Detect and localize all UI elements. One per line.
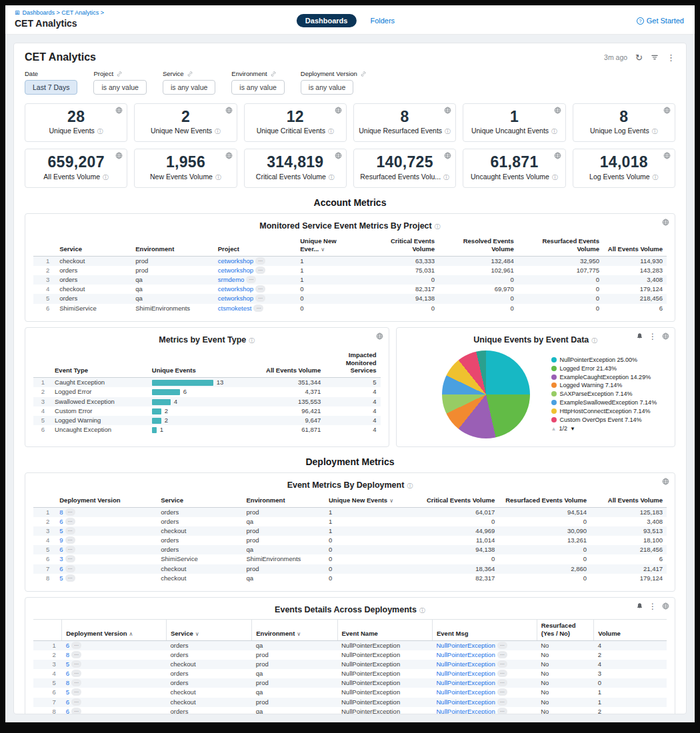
more-badge[interactable]: ⋯ (497, 670, 507, 677)
more-badge[interactable]: ⋯ (255, 285, 265, 293)
more-badge[interactable]: ⋯ (65, 536, 75, 544)
col-header-deployment-version[interactable]: Deployment Version∧ (62, 619, 167, 640)
info-icon[interactable]: ⓘ (591, 337, 597, 344)
deployment-version-link[interactable]: 8 (59, 508, 63, 516)
more-badge[interactable]: ⋯ (71, 642, 81, 649)
col-header-environment[interactable]: Environment∨ (252, 619, 337, 640)
col-header-all-events-volume[interactable]: All Events Volume (252, 349, 325, 378)
bell-icon[interactable] (636, 602, 643, 610)
more-badge[interactable]: ⋯ (71, 708, 81, 714)
more-badge[interactable]: ⋯ (65, 518, 75, 525)
filter-icon[interactable] (651, 53, 659, 61)
event-msg-link[interactable]: NullPointerException (437, 660, 495, 668)
col-header-service[interactable]: Service∨ (167, 619, 252, 640)
col-header-event-name[interactable]: Event Name (337, 619, 433, 640)
info-icon[interactable]: ⓘ (407, 482, 413, 489)
info-icon[interactable]: ⓘ (215, 174, 221, 181)
more-badge[interactable]: ⋯ (497, 642, 507, 649)
legend-item[interactable]: ExampleSwallowedException 7.14% (551, 399, 657, 406)
more-badge[interactable]: ⋯ (71, 679, 81, 686)
col-header-resurfaced-events-volume[interactable]: Resurfaced Events Volume (499, 494, 591, 508)
project-link[interactable]: srmdemo (218, 276, 245, 283)
more-badge[interactable]: ⋯ (65, 574, 75, 582)
legend-item[interactable]: SAXParseException 7.14% (551, 390, 657, 398)
kebab-icon[interactable]: ⋮ (649, 602, 657, 610)
deployment-version-link[interactable]: 5 (66, 688, 69, 696)
event-msg-link[interactable]: NullPointerException (437, 688, 495, 696)
info-icon[interactable]: ⓘ (419, 607, 425, 614)
more-badge[interactable]: ⋯ (253, 305, 263, 312)
more-badge[interactable]: ⋯ (65, 565, 75, 572)
col-header-critical-events-volume[interactable]: Critical Events Volume (410, 494, 499, 508)
page-up-icon[interactable]: ▲ (551, 426, 557, 432)
pie-chart[interactable] (442, 351, 530, 438)
legend-item[interactable]: Custom OverOps Event 7.14% (551, 416, 657, 424)
info-icon[interactable]: ⓘ (652, 128, 658, 135)
project-link[interactable]: cetworkshop (218, 257, 253, 265)
deployment-version-link[interactable]: 6 (66, 708, 69, 714)
tab-folders[interactable]: Folders (361, 14, 403, 27)
more-badge[interactable]: ⋯ (497, 651, 507, 658)
project-link[interactable]: cetworkshop (218, 295, 253, 302)
more-badge[interactable]: ⋯ (497, 698, 507, 706)
legend-item[interactable]: HttpHostConnectException 7.14% (551, 408, 657, 415)
col-header-event-msg[interactable]: Event Msg (433, 619, 537, 640)
col-header-all-events-volume[interactable]: All Events Volume (603, 235, 667, 256)
more-badge[interactable]: ⋯ (497, 708, 507, 714)
event-msg-link[interactable]: NullPointerException (437, 679, 495, 686)
filter-value-project[interactable]: is any value (93, 80, 146, 95)
project-link[interactable]: cetworkshop (218, 285, 253, 293)
refresh-icon[interactable]: ↻ (635, 53, 643, 62)
col-header-service[interactable]: Service (157, 494, 242, 508)
col-header-all-events-volume[interactable]: All Events Volume (591, 494, 667, 508)
more-badge[interactable]: ⋯ (497, 679, 507, 686)
deployment-version-link[interactable]: 6 (59, 546, 63, 553)
col-header-project[interactable]: Project (214, 235, 297, 256)
project-link[interactable]: cetworkshop (218, 267, 253, 274)
more-badge[interactable]: ⋯ (255, 267, 265, 274)
info-icon[interactable]: ⓘ (328, 128, 334, 135)
bell-icon[interactable] (636, 333, 643, 340)
col-header-unique-new-ever[interactable]: Unique New Ever...∨ (296, 235, 363, 256)
deployment-version-link[interactable]: 9 (59, 536, 63, 544)
info-icon[interactable]: ⓘ (653, 174, 659, 181)
get-started-link[interactable]: ? Get Started (637, 17, 684, 25)
legend-item[interactable]: NullPointerException 25.00% (551, 357, 657, 364)
deployment-version-link[interactable]: 6 (66, 642, 69, 649)
more-badge[interactable]: ⋯ (255, 295, 265, 302)
info-icon[interactable]: ⓘ (435, 223, 441, 230)
globe-icon[interactable] (662, 478, 669, 485)
filter-value-deployment-version[interactable]: is any value (301, 80, 353, 95)
project-link[interactable]: ctsmoketest (218, 305, 252, 312)
deployment-version-link[interactable]: 6 (66, 698, 69, 706)
col-header-resurfaced[interactable]: Resurfaced(Yes / No) (537, 619, 594, 640)
deployment-version-link[interactable]: 5 (66, 660, 69, 668)
info-icon[interactable]: ⓘ (552, 174, 558, 181)
more-badge[interactable]: ⋯ (65, 546, 75, 553)
event-msg-link[interactable]: NullPointerException (437, 708, 495, 714)
more-badge[interactable]: ⋯ (65, 508, 75, 516)
more-badge[interactable]: ⋯ (65, 527, 75, 534)
kebab-icon[interactable]: ⋮ (649, 333, 657, 341)
col-header-unique-events[interactable]: Unique Events (148, 349, 252, 378)
tab-dashboards[interactable]: Dashboards (297, 14, 357, 27)
info-icon[interactable]: ⓘ (329, 174, 335, 181)
info-icon[interactable]: ⓘ (443, 174, 449, 181)
filter-value-service[interactable]: is any value (163, 80, 215, 95)
info-icon[interactable]: ⓘ (249, 337, 255, 344)
col-header-environment[interactable]: Environment (243, 494, 325, 508)
more-badge[interactable]: ⋯ (71, 688, 81, 696)
globe-icon[interactable] (662, 219, 669, 226)
deployment-version-link[interactable]: 6 (59, 518, 63, 525)
filter-value-date[interactable]: Last 7 Days (25, 80, 77, 95)
deployment-version-link[interactable]: 6 (66, 670, 69, 677)
globe-icon[interactable] (376, 333, 383, 340)
event-msg-link[interactable]: NullPointerException (437, 698, 495, 706)
event-msg-link[interactable]: NullPointerException (437, 651, 495, 658)
more-badge[interactable]: ⋯ (65, 555, 75, 562)
col-header-event-type[interactable]: Event Type (51, 349, 148, 378)
more-badge[interactable]: ⋯ (71, 651, 81, 658)
legend-item[interactable]: Logged Warning 7.14% (551, 382, 657, 389)
col-header-critical-events-volume[interactable]: Critical Events Volume (363, 235, 439, 256)
col-header-deployment-version[interactable]: Deployment Version (55, 494, 157, 508)
